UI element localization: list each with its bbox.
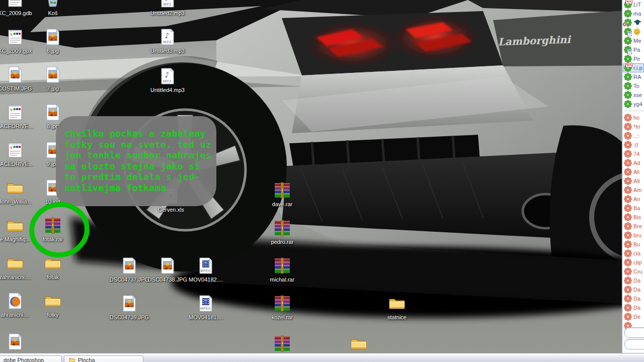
contact-list-panel: N/ALiTmaMePaPirN/Ar.i.pRAToxseyg4ho*Iri.… — [622, 0, 644, 353]
contact-name: Da — [633, 296, 640, 302]
gps-data-file-icon: 9: — [7, 104, 24, 121]
contact-row-offline[interactable]: bru — [623, 231, 644, 240]
desktop-icon-label: COSTIM.JPG — [0, 85, 32, 92]
taskbar-button-plocha[interactable]: Plocha — [64, 355, 143, 362]
contact-row-offline[interactable]: Ad — [623, 158, 644, 167]
taskbar-button-label: dobe Photoshop — [4, 357, 44, 362]
desktop-icon-label: fotky — [47, 312, 58, 318]
jpg-file-icon — [7, 66, 24, 83]
status-flower-icon — [624, 186, 632, 194]
contact-row-offline[interactable]: Da — [623, 294, 644, 303]
desktop-icon-kc-2009-gdb[interactable]: 9:KC_2009.gdb — [0, 0, 35, 17]
contact-row-online[interactable]: xse — [623, 90, 644, 100]
contact-row-offline[interactable]: ho — [623, 113, 644, 122]
contact-row-online[interactable]: N/ALiT — [623, 0, 644, 9]
status-flower-icon — [624, 91, 632, 99]
folder-icon — [350, 335, 367, 352]
desktop-icon-label: LACEDRIVE... — [0, 161, 33, 167]
contact-row-offline[interactable]: :(l — [623, 140, 644, 149]
desktop-icon-dsc04737-jpg[interactable]: DSC04737.JPG — [109, 257, 149, 284]
desktop-icon-costim-jpg[interactable]: COSTIM.JPG — [0, 66, 35, 93]
desktop-icon-label: zahranicni.... — [0, 274, 31, 281]
contact-row-offline[interactable]: Alt — [623, 176, 644, 186]
bubble-line: fotky sou na svete. ted uz — [64, 139, 216, 150]
contact-row-offline[interactable]: Da — [623, 285, 644, 294]
desktop-icon-untitled2-mp3[interactable]: ♪MP3Untitled2.mp3 — [147, 0, 188, 17]
contact-row-online[interactable]: RA — [623, 72, 644, 81]
desktop-icon-lacedrive[interactable]: 9:LACEDRIVE... — [0, 142, 35, 168]
desktop-icon-kozel-rar[interactable]: kozel.rar — [262, 295, 302, 321]
desktop-icon-mov04182[interactable]: MPEGMOV04182.... — [186, 257, 226, 284]
status-flower-icon — [624, 267, 632, 276]
desktop-icon-kc-2009-gpx[interactable]: 9:KC_2009.gpx — [0, 29, 35, 55]
contact-row-offline[interactable]: Bu — [623, 240, 644, 249]
desktop-icon-lacedrive[interactable]: 9:LACEDRIVE... — [0, 104, 35, 130]
contact-row-offline[interactable]: Ba — [623, 204, 644, 213]
smiley-icon — [633, 28, 640, 35]
contact-row-online[interactable]: yg4 — [623, 100, 644, 109]
contact-row-offline[interactable]: Cru — [623, 267, 644, 276]
desktop-icon-folder-34[interactable] — [339, 335, 379, 352]
contact-row-offline[interactable]: Bre — [623, 222, 644, 231]
contact-row-offline[interactable]: clip — [623, 258, 644, 267]
desktop-icon-label: KC_2009.gpx — [0, 48, 32, 54]
jpg-file-icon — [121, 257, 138, 275]
contact-row-offline[interactable]: Am — [623, 186, 644, 195]
contact-row-offline[interactable]: Ali — [623, 167, 644, 176]
desktop-icon-rar-33[interactable] — [262, 335, 302, 352]
contact-row-offline[interactable]: ..:: — [623, 131, 644, 140]
contact-row-offline[interactable]: 74 — [623, 149, 644, 158]
contact-row-online[interactable]: Me — [623, 36, 644, 45]
desktop-icon-ahranicni[interactable]: ahranicni.... — [0, 293, 35, 319]
contact-panel-input-1[interactable] — [624, 327, 644, 338]
desktop-icon-mov04181[interactable]: MPEGMOV04181.... — [186, 295, 226, 321]
contact-row-online[interactable]: To — [623, 81, 644, 90]
contact-name: To — [633, 83, 639, 89]
desktop-icon-ko[interactable]: Koš — [33, 0, 73, 17]
contact-row-online[interactable]: ma — [623, 9, 644, 18]
desktop-icon-untitled4-mp3[interactable]: ♪MP3Untitled4.mp3 — [147, 68, 188, 94]
folder-icon — [7, 179, 24, 197]
status-flower-icon — [624, 304, 632, 312]
contact-row-online-selected[interactable]: N/Ar.i.p — [623, 63, 644, 72]
contact-name: Bu — [633, 241, 640, 247]
contact-row-offline[interactable]: De — [623, 312, 644, 321]
desktop-icon-fotky[interactable]: fotky — [33, 293, 73, 319]
contact-row-offline[interactable]: Da — [623, 276, 644, 285]
desktop-icon-dave-rar[interactable]: dave.rar — [262, 182, 302, 208]
taskbar-button-label: Plocha — [78, 357, 95, 362]
annotation-circle — [28, 201, 93, 260]
contact-row-offline[interactable]: An — [623, 195, 644, 204]
contact-row-online[interactable] — [623, 18, 644, 27]
contact-name: clip — [633, 259, 642, 265]
desktop-icon-untitled3-mp3[interactable]: ♪MP3Untitled3.mp3 — [147, 29, 188, 55]
desktop-icon-jpg-32[interactable] — [0, 333, 35, 350]
contact-name: Ba — [633, 205, 640, 211]
status-flower-icon — [624, 249, 632, 257]
desktop-icon-7-jpg[interactable]: 7.jpg — [33, 66, 73, 93]
contact-name: 74 — [633, 151, 639, 157]
desktop-icon-label: MOV04181.... — [189, 314, 223, 321]
contact-name: Da — [633, 305, 640, 311]
contact-row-online[interactable] — [623, 27, 644, 36]
desktop-icon-pedro-rar[interactable]: pedro.rar — [262, 220, 302, 246]
bubble-line: jen tenhle soubor nahrajes — [64, 150, 216, 161]
status-flower-icon — [624, 82, 632, 90]
contact-row-offline[interactable]: Bis — [623, 213, 644, 222]
contact-row-online[interactable]: Pa — [623, 45, 644, 54]
desktop-icon-label: LACEDRIVE... — [0, 123, 33, 130]
desktop-icon-label: DSC04737.JPG — [110, 277, 149, 283]
contact-row-offline[interactable]: cla — [623, 249, 644, 258]
desktop-icon-dsc04739-jpg[interactable]: DSC04739.JPG — [109, 295, 149, 321]
desktop-icon-michal-rar[interactable]: michal.rar — [262, 257, 302, 284]
desktop-icon-dsc04738-jpg[interactable]: DSC04738.JPG — [147, 257, 188, 284]
contact-row-offline[interactable]: *Iri — [623, 122, 644, 131]
taskbar-button-photoshop[interactable]: dobe Photoshop — [0, 355, 62, 362]
desktop-icon-statnice[interactable]: statnice — [377, 295, 417, 321]
desktop-icon-6-jpg[interactable]: 6.jpg — [33, 29, 73, 55]
contact-row-online[interactable]: Pir — [623, 54, 644, 63]
taskbar[interactable]: dobe Photoshop Plocha » — [0, 353, 644, 362]
contact-panel-input-2[interactable] — [624, 339, 644, 349]
svg-text:MPEG: MPEG — [200, 269, 211, 273]
contact-row-offline[interactable]: Da — [623, 303, 644, 312]
